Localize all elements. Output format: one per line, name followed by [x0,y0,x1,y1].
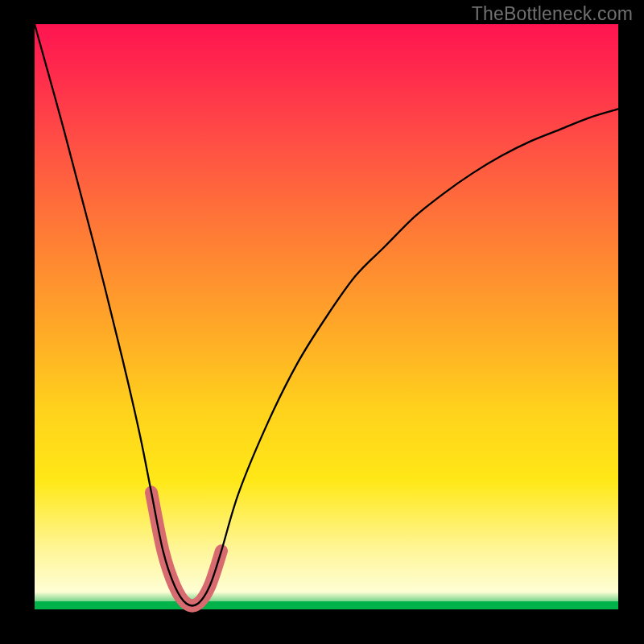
bottleneck-curve-path [35,24,618,605]
chart-frame: TheBottleneck.com [0,0,644,644]
watermark-text: TheBottleneck.com [472,3,633,25]
plot-area [35,24,618,609]
curve-svg [35,24,618,609]
